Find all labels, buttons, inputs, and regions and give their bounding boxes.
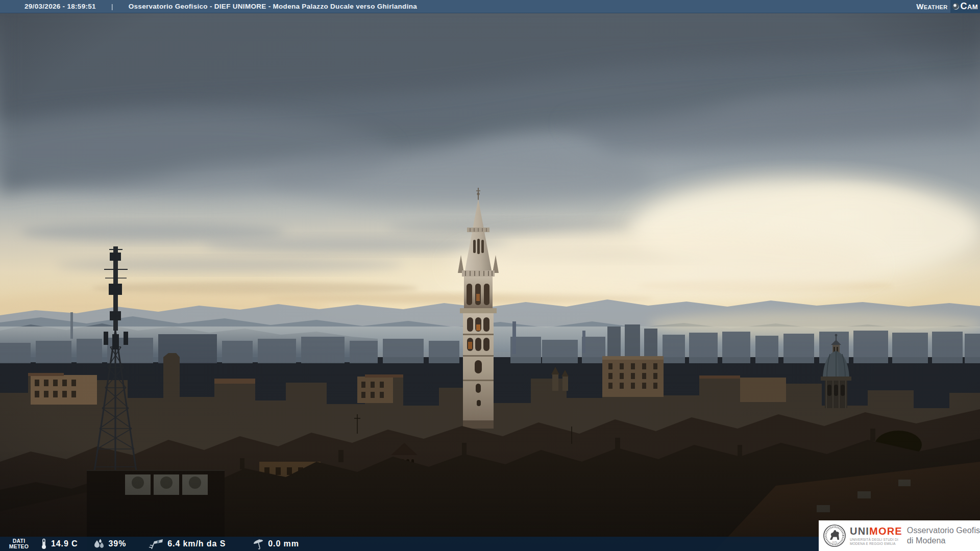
unimore-wordmark: UNIMORE UNIVERSITÀ DEGLI STUDI DI MODENA… bbox=[850, 526, 902, 546]
wind-reading: 6.4 km/h da S bbox=[149, 538, 226, 549]
humidity-drops-icon bbox=[93, 538, 105, 549]
unimore-subtitle: UNIVERSITÀ DEGLI STUDI DI MODENA E REGGI… bbox=[850, 538, 902, 546]
windsock-icon bbox=[149, 538, 164, 549]
seal-year: 1175 bbox=[832, 541, 837, 543]
unimore-seal: 1175 bbox=[823, 524, 846, 547]
vignette bbox=[0, 0, 980, 551]
webcam-photo bbox=[0, 0, 980, 551]
unimore-logo-box[interactable]: 1175 UNIMORE UNIVERSITÀ DEGLI STUDI DI M… bbox=[819, 520, 980, 551]
weathercam-weather-label: Weather bbox=[916, 2, 947, 11]
umbrella-icon bbox=[252, 538, 264, 549]
camera-title: Osservatorio Geofisico - DIEF UNIMORE - … bbox=[129, 3, 417, 10]
separator: | bbox=[111, 3, 113, 10]
rain-value: 0.0 mm bbox=[268, 539, 299, 548]
top-info-bar: 29/03/2026 - 18:59:51 | Osservatorio Geo… bbox=[0, 0, 980, 13]
webcam-viewer: 29/03/2026 - 18:59:51 | Osservatorio Geo… bbox=[0, 0, 980, 551]
weathercam-logo[interactable]: Weather Cam bbox=[916, 0, 980, 13]
humidity-reading: 39% bbox=[93, 538, 127, 549]
timestamp: 29/03/2026 - 18:59:51 bbox=[24, 3, 96, 10]
rain-reading: 0.0 mm bbox=[252, 538, 299, 549]
observatory-name: Osservatorio Geofisico di Modena bbox=[907, 525, 980, 546]
thermometer-icon bbox=[40, 538, 47, 549]
humidity-value: 39% bbox=[109, 539, 127, 548]
weathercam-cam-label: Cam bbox=[961, 1, 978, 12]
dati-meteo-label: DATI METEO bbox=[7, 538, 31, 549]
unimore-more: MORE bbox=[869, 525, 902, 537]
temperature-value: 14.9 C bbox=[51, 539, 78, 548]
unimore-uni: UNI bbox=[850, 525, 869, 537]
weathercam-lens-icon bbox=[952, 3, 959, 10]
wind-value: 6.4 km/h da S bbox=[167, 539, 226, 548]
temperature-reading: 14.9 C bbox=[40, 538, 78, 549]
